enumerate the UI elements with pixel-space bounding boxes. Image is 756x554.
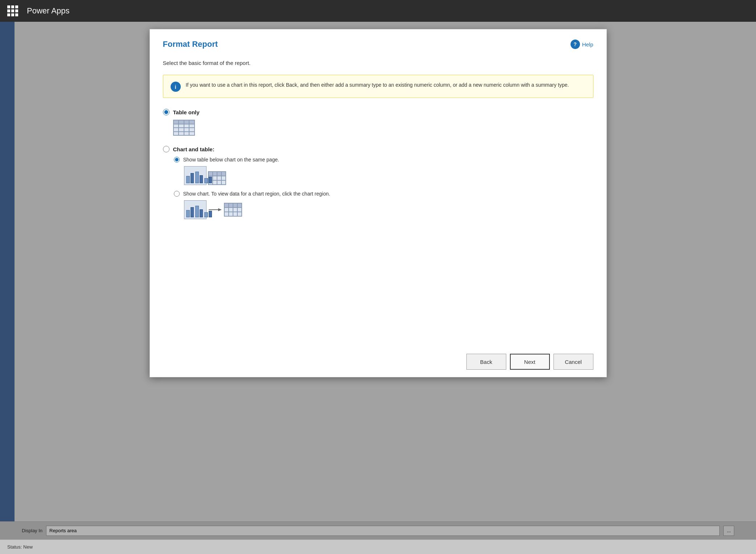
- dialog-header: Format Report ? Help: [150, 29, 606, 53]
- chart-and-table-option-group: Chart and table: Show table below chart …: [163, 146, 593, 219]
- info-icon: i: [171, 82, 181, 92]
- waffle-icon[interactable]: [7, 5, 18, 16]
- content-area: Display In ... Format Report ? Help Sele…: [0, 22, 756, 539]
- chart-drill-radio[interactable]: [174, 191, 180, 197]
- info-box: i If you want to use a chart in this rep…: [163, 75, 593, 98]
- dialog-body: Select the basic format of the report. i…: [150, 53, 606, 346]
- chart-and-table-radio[interactable]: [163, 146, 169, 152]
- next-button[interactable]: Next: [510, 354, 550, 370]
- chart-table-same-radio[interactable]: [174, 157, 180, 163]
- help-link[interactable]: ? Help: [571, 40, 593, 49]
- chart-table-same-page-option: Show table below chart on the same page.: [174, 157, 593, 185]
- chart-drill-option: Show chart. To view data for a chart reg…: [174, 191, 593, 219]
- chart-and-table-label[interactable]: Chart and table:: [173, 146, 214, 152]
- chart-drill-table-icon: [224, 203, 242, 217]
- chart-drill-chart-icon: [184, 200, 207, 219]
- help-icon: ?: [571, 40, 580, 49]
- dialog-footer: Back Next Cancel: [150, 346, 606, 377]
- svg-marker-1: [218, 208, 222, 211]
- table-only-option-group: Table only: [163, 109, 593, 136]
- status-bar: Status: New: [0, 539, 756, 554]
- chart-table-same-icon: [184, 166, 593, 185]
- table-only-label[interactable]: Table only: [173, 109, 200, 115]
- chart-drill-icon: [184, 200, 593, 219]
- dialog-title: Format Report: [163, 40, 218, 49]
- table-only-row: Table only: [163, 109, 593, 115]
- help-label: Help: [582, 41, 593, 48]
- instruction-text: Select the basic format of the report.: [163, 60, 593, 66]
- cancel-button[interactable]: Cancel: [553, 354, 593, 370]
- table-only-icon: [173, 120, 195, 136]
- back-button[interactable]: Back: [466, 354, 506, 370]
- info-message: If you want to use a chart in this repor…: [186, 81, 569, 89]
- table-only-radio[interactable]: [163, 109, 169, 115]
- chart-icon: [184, 166, 207, 185]
- chart-table-same-page-row: Show table below chart on the same page.: [174, 157, 593, 163]
- format-report-dialog: Format Report ? Help Select the basic fo…: [150, 29, 607, 377]
- chart-drill-label[interactable]: Show chart. To view data for a chart reg…: [183, 191, 330, 197]
- app-title: Power Apps: [27, 6, 69, 16]
- chart-table-sub-options: Show table below chart on the same page.: [174, 157, 593, 219]
- top-bar: Power Apps: [0, 0, 756, 22]
- chart-drill-row: Show chart. To view data for a chart reg…: [174, 191, 593, 197]
- chart-table-same-label[interactable]: Show table below chart on the same page.: [183, 157, 279, 163]
- dialog-overlay: Format Report ? Help Select the basic fo…: [0, 22, 756, 539]
- status-text: Status: New: [7, 544, 33, 550]
- chart-and-table-row: Chart and table:: [163, 146, 593, 152]
